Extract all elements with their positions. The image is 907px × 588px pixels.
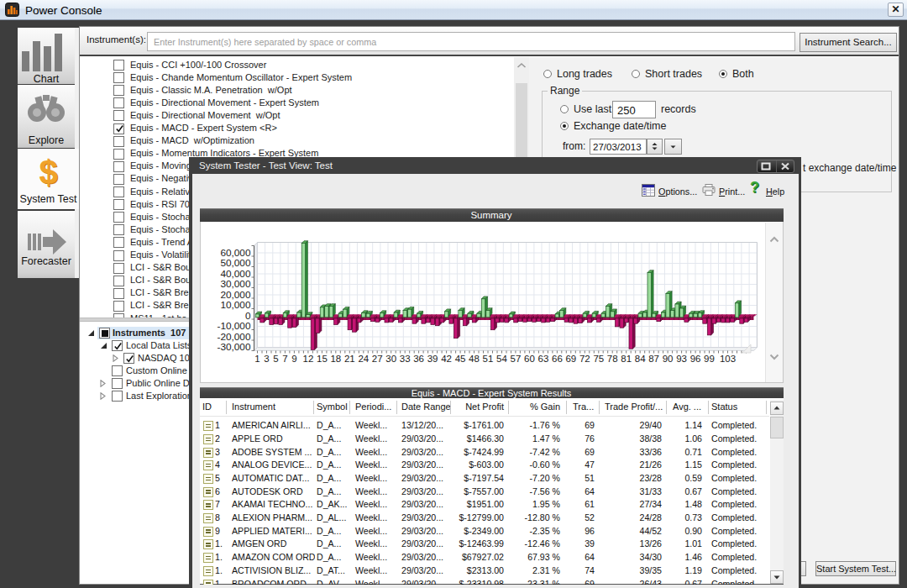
svg-text:57: 57	[510, 353, 521, 363]
svg-text:21: 21	[343, 353, 354, 363]
svg-text:36: 36	[413, 353, 424, 363]
svg-text:1: 1	[254, 353, 260, 363]
svg-text:60: 60	[524, 353, 535, 363]
svg-text:-30,000: -30,000	[217, 341, 250, 353]
svg-text:5: 5	[273, 353, 278, 363]
svg-text:84: 84	[634, 353, 645, 363]
svg-text:78: 78	[606, 353, 617, 363]
svg-text:45: 45	[454, 353, 465, 363]
svg-text:72: 72	[579, 353, 590, 363]
svg-text:69: 69	[565, 353, 576, 363]
svg-text:18: 18	[330, 353, 341, 363]
svg-text:48: 48	[469, 353, 480, 363]
svg-text:27: 27	[371, 353, 382, 363]
svg-text:7: 7	[282, 353, 287, 363]
svg-text:30: 30	[385, 353, 396, 363]
svg-text:42: 42	[441, 353, 452, 363]
svg-text:54: 54	[496, 353, 507, 363]
svg-text:87: 87	[648, 353, 659, 363]
svg-text:66: 66	[552, 353, 563, 363]
svg-text:51: 51	[482, 353, 493, 363]
svg-text:15: 15	[317, 353, 328, 363]
svg-text:33: 33	[399, 353, 410, 363]
svg-text:99: 99	[704, 353, 715, 363]
svg-text:75: 75	[593, 353, 604, 363]
svg-text:39: 39	[427, 353, 438, 363]
svg-text:81: 81	[621, 353, 632, 363]
svg-text:96: 96	[689, 353, 700, 363]
svg-text:63: 63	[537, 353, 548, 363]
svg-text:24: 24	[358, 353, 369, 363]
svg-text:9: 9	[291, 353, 296, 363]
svg-text:90: 90	[662, 353, 673, 363]
svg-text:103: 103	[719, 353, 735, 363]
svg-text:3: 3	[264, 353, 269, 363]
svg-text:93: 93	[676, 353, 687, 363]
svg-text:12: 12	[302, 353, 313, 363]
